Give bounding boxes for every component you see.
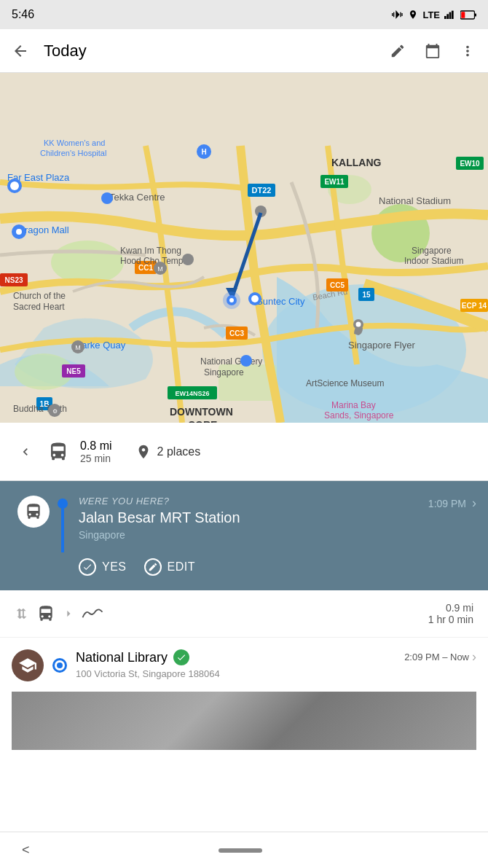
status-bar: 5:46 LTE: [0, 0, 488, 29]
svg-text:H: H: [201, 148, 206, 156]
transport-back-btn[interactable]: [15, 445, 36, 459]
calendar-button[interactable]: [421, 39, 444, 63]
verified-check-icon: [173, 649, 189, 665]
svg-text:EW11: EW11: [324, 178, 345, 186]
svg-rect-2: [449, 12, 452, 19]
bottom-timeline: National Library 2:09 PM – Now › 100 Vic…: [0, 638, 488, 750]
bottom-nav: <: [0, 832, 488, 868]
svg-text:Sacred Heart: Sacred Heart: [13, 302, 65, 312]
bottom-time-chevron: 2:09 PM – Now ›: [404, 649, 476, 665]
edit-button[interactable]: [386, 39, 409, 63]
more-button[interactable]: [456, 39, 479, 63]
arrows-updown-icon: [15, 606, 31, 622]
yes-check-icon: [79, 558, 96, 576]
action-buttons: YES EDIT: [79, 558, 476, 576]
svg-point-72: [356, 322, 361, 327]
timeline-line: [55, 496, 70, 552]
transition-duration: 1 hr 0 min: [428, 614, 473, 625]
battery-icon: [460, 10, 476, 20]
svg-text:Church of the: Church of the: [13, 291, 66, 301]
svg-text:Marina Bay: Marina Bay: [331, 400, 376, 410]
yes-button[interactable]: YES: [79, 558, 127, 576]
map-area[interactable]: Beach Rd DT22 NS23 NE5 CC1 CC3 CC5 15 EW…: [0, 73, 488, 423]
svg-text:Singapore Flyer: Singapore Flyer: [348, 340, 415, 351]
edit-icon: [390, 43, 406, 59]
timeline-item-1: WERE YOU HERE? Jalan Besar MRT Station S…: [0, 481, 488, 590]
chevron-right-icon[interactable]: ›: [472, 496, 476, 511]
timeline-section: WERE YOU HERE? Jalan Besar MRT Station S…: [0, 481, 488, 590]
timeline-header: WERE YOU HERE? Jalan Besar MRT Station S…: [79, 496, 476, 552]
svg-point-9: [51, 241, 124, 284]
lte-label: LTE: [422, 9, 440, 20]
svg-text:NS23: NS23: [4, 276, 23, 284]
vibrate-icon: [392, 9, 404, 20]
signal-icon: [444, 9, 456, 20]
edit-label: EDIT: [168, 560, 195, 574]
education-circle: [12, 649, 44, 681]
svg-text:Indoor Stadium: Indoor Stadium: [404, 256, 463, 266]
were-you-here-label: WERE YOU HERE?: [79, 496, 240, 507]
bottom-time-range: 2:09 PM – Now: [404, 652, 469, 662]
yes-label: YES: [102, 560, 127, 574]
svg-text:DT22: DT22: [252, 186, 272, 195]
transition-icons: [15, 604, 103, 623]
place-info: WERE YOU HERE? Jalan Besar MRT Station S…: [79, 496, 240, 552]
svg-text:Tekka Centre: Tekka Centre: [109, 192, 165, 203]
svg-point-70: [240, 355, 252, 367]
svg-point-66: [182, 254, 194, 265]
transport-info: 0.8 mi 25 min: [80, 439, 112, 464]
bottom-time-row: National Library 2:09 PM – Now ›: [76, 649, 476, 665]
svg-text:KALLANG: KALLANG: [331, 157, 382, 168]
svg-text:Sands, Singapore: Sands, Singapore: [324, 410, 394, 421]
svg-text:15: 15: [362, 291, 371, 299]
svg-rect-3: [452, 11, 454, 19]
svg-text:Singapore: Singapore: [204, 367, 244, 378]
svg-text:⚙: ⚙: [52, 408, 58, 415]
svg-text:EW14NS26: EW14NS26: [175, 390, 209, 397]
bottom-content: National Library 2:09 PM – Now › 100 Vic…: [76, 649, 476, 679]
timeline-content-1: WERE YOU HERE? Jalan Besar MRT Station S…: [79, 496, 476, 576]
svg-point-69: [251, 295, 259, 302]
transport-bar: 0.8 mi 25 min 2 places: [0, 423, 488, 481]
status-time: 5:46: [12, 8, 34, 21]
more-icon: [460, 43, 476, 59]
svg-text:EW10: EW10: [460, 160, 480, 168]
place-time-1: 1:09 PM: [428, 498, 466, 509]
svg-text:ArtScience Museum: ArtScience Museum: [306, 378, 384, 388]
svg-text:M: M: [75, 344, 81, 351]
wave-icon: [82, 606, 103, 622]
back-button[interactable]: [9, 39, 32, 63]
svg-text:Kwan Im Thong: Kwan Im Thong: [120, 246, 181, 256]
nav-home-pill[interactable]: [219, 848, 262, 853]
edit-button-2[interactable]: EDIT: [144, 558, 195, 576]
svg-point-65: [101, 192, 113, 204]
timeline-icon-left: [12, 496, 55, 528]
places-count: 2 places: [157, 445, 201, 458]
svg-text:CORE: CORE: [188, 419, 217, 423]
bottom-item-row: National Library 2:09 PM – Now › 100 Vic…: [12, 649, 476, 681]
bus-timeline-icon: [24, 502, 43, 521]
svg-text:Suntec City: Suntec City: [256, 296, 305, 307]
timeline-dot: [58, 498, 68, 509]
svg-text:National Stadium: National Stadium: [379, 195, 451, 206]
app-bar-title: Today: [44, 42, 386, 60]
time-chevron: 1:09 PM ›: [428, 496, 476, 511]
svg-text:CC5: CC5: [330, 281, 345, 289]
svg-rect-6: [461, 12, 465, 17]
svg-point-64: [16, 229, 22, 235]
svg-point-62: [10, 181, 19, 190]
bottom-chevron-icon[interactable]: ›: [472, 649, 476, 665]
transition-distance: 0.9 mi: [428, 602, 473, 614]
bus-transition-icon: [36, 604, 55, 623]
svg-rect-5: [474, 13, 476, 16]
svg-rect-0: [444, 16, 446, 19]
timeline-vertical-line: [61, 509, 64, 552]
transition-row: 0.9 mi 1 hr 0 min: [0, 590, 488, 638]
nav-back-chevron[interactable]: <: [22, 842, 30, 858]
svg-text:CC3: CC3: [229, 329, 244, 337]
svg-rect-1: [446, 14, 449, 19]
arrow-right-icon: [61, 606, 76, 621]
edit-check-icon: [144, 558, 162, 576]
app-bar: Today: [0, 29, 488, 73]
transport-distance: 0.8 mi: [80, 439, 112, 453]
